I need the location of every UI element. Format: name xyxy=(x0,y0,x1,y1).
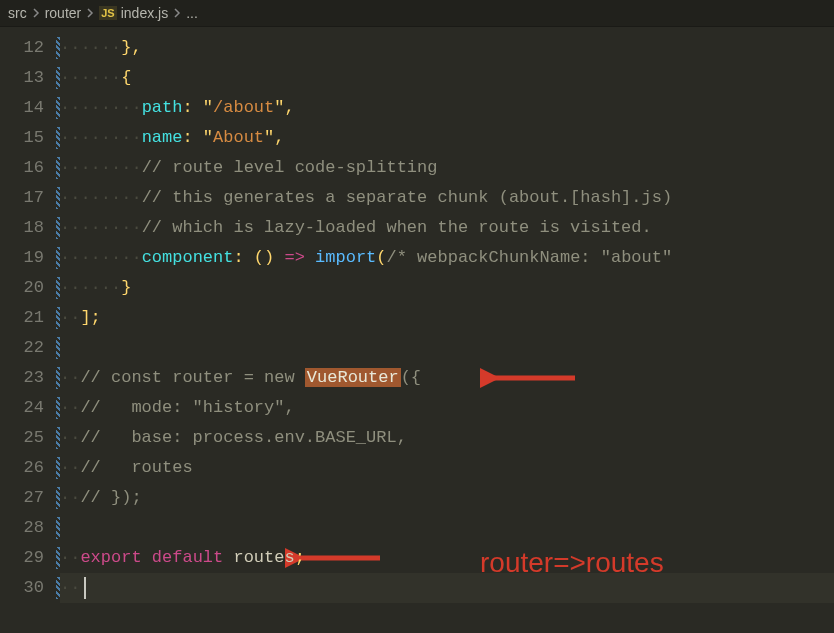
code-line[interactable] xyxy=(60,513,834,543)
js-file-icon: JS xyxy=(99,6,116,20)
whitespace: ·· xyxy=(60,308,80,327)
token-brace: () xyxy=(254,248,274,267)
token-kw: export xyxy=(80,548,141,567)
line-number[interactable]: 16 xyxy=(0,153,60,183)
token-str: /about xyxy=(213,98,274,117)
code-line[interactable]: ··// }); xyxy=(60,483,834,513)
token-quote: " xyxy=(264,128,274,147)
token-key: component xyxy=(142,248,234,267)
token-kw: default xyxy=(152,548,223,567)
token-brace: ] xyxy=(80,308,90,327)
line-number[interactable]: 13 xyxy=(0,63,60,93)
line-number[interactable]: 14 xyxy=(0,93,60,123)
line-number[interactable]: 17 xyxy=(0,183,60,213)
token-ident: routes xyxy=(233,548,294,567)
code-line[interactable]: ··// routes xyxy=(60,453,834,483)
code-line[interactable]: ··]; xyxy=(60,303,834,333)
breadcrumb-part[interactable]: router xyxy=(45,5,82,21)
token-cmt: // route level code-splitting xyxy=(142,158,438,177)
line-number[interactable]: 28 xyxy=(0,513,60,543)
breadcrumb-tail[interactable]: ... xyxy=(186,5,198,21)
token-punct: : xyxy=(182,128,202,147)
whitespace: ·· xyxy=(60,398,80,417)
line-number[interactable]: 12 xyxy=(0,33,60,63)
breadcrumb-file[interactable]: index.js xyxy=(121,5,168,21)
line-number[interactable]: 27 xyxy=(0,483,60,513)
whitespace: ·· xyxy=(60,428,80,447)
line-number[interactable]: 23 xyxy=(0,363,60,393)
line-number-gutter[interactable]: 12131415161718192021222324252627282930 xyxy=(0,27,60,633)
token-cmt: // }); xyxy=(80,488,141,507)
token-cmt: // mode: "history", xyxy=(80,398,294,417)
line-number[interactable]: 15 xyxy=(0,123,60,153)
token-cmt: /* webpackChunkName: "about" xyxy=(387,248,673,267)
whitespace: ········ xyxy=(60,98,142,117)
line-number[interactable]: 26 xyxy=(0,453,60,483)
breadcrumb-part[interactable]: src xyxy=(8,5,27,21)
token-cmt: // routes xyxy=(80,458,192,477)
whitespace: ······ xyxy=(60,278,121,297)
whitespace: ·· xyxy=(60,458,80,477)
token-fn: import xyxy=(315,248,376,267)
whitespace: ········ xyxy=(60,218,142,237)
token-arrow: => xyxy=(284,248,304,267)
token-hl: VueRouter xyxy=(305,368,401,387)
whitespace: ········ xyxy=(60,128,142,147)
line-number[interactable]: 20 xyxy=(0,273,60,303)
chevron-right-icon xyxy=(31,5,41,21)
whitespace: ······ xyxy=(60,68,121,87)
code-line[interactable]: ······}, xyxy=(60,33,834,63)
whitespace: ········ xyxy=(60,188,142,207)
token-ident xyxy=(305,248,315,267)
token-cmt: ({ xyxy=(401,368,421,387)
line-number[interactable]: 25 xyxy=(0,423,60,453)
breadcrumb[interactable]: src router JS index.js ... xyxy=(0,0,834,27)
token-cmt: // which is lazy-loaded when the route i… xyxy=(142,218,652,237)
whitespace: ········ xyxy=(60,248,142,267)
token-punct: : xyxy=(182,98,202,117)
token-brace: } xyxy=(121,278,131,297)
code-line[interactable]: ········// this generates a separate chu… xyxy=(60,183,834,213)
token-key: name xyxy=(142,128,183,147)
token-cmt: // base: process.env.BASE_URL, xyxy=(80,428,406,447)
chevron-right-icon xyxy=(85,5,95,21)
code-line[interactable]: ·· xyxy=(60,573,834,603)
code-line[interactable]: ······{ xyxy=(60,63,834,93)
code-line[interactable]: ··// const router = new VueRouter({ xyxy=(60,363,834,393)
token-punct: , xyxy=(274,128,284,147)
line-number[interactable]: 19 xyxy=(0,243,60,273)
token-cmt: // const router = new xyxy=(80,368,304,387)
code-line[interactable]: ········name: "About", xyxy=(60,123,834,153)
token-punct: ; xyxy=(295,548,305,567)
line-number[interactable]: 21 xyxy=(0,303,60,333)
token-quote: " xyxy=(203,128,213,147)
token-punct: ; xyxy=(91,308,101,327)
code-line[interactable]: ········path: "/about", xyxy=(60,93,834,123)
token-punct: : xyxy=(233,248,253,267)
code-line[interactable] xyxy=(60,333,834,363)
whitespace: ········ xyxy=(60,158,142,177)
code-line[interactable]: ········component: () => import(/* webpa… xyxy=(60,243,834,273)
code-content[interactable]: router=>routes ······},······{········pa… xyxy=(60,27,834,633)
code-line[interactable]: ········// which is lazy-loaded when the… xyxy=(60,213,834,243)
code-line[interactable]: ··// base: process.env.BASE_URL, xyxy=(60,423,834,453)
line-number[interactable]: 24 xyxy=(0,393,60,423)
token-ident xyxy=(142,548,152,567)
line-number[interactable]: 22 xyxy=(0,333,60,363)
token-brace: ( xyxy=(376,248,386,267)
whitespace: ·· xyxy=(60,488,80,507)
code-line[interactable]: ··export default routes; xyxy=(60,543,834,573)
whitespace: ·· xyxy=(60,548,80,567)
line-number[interactable]: 29 xyxy=(0,543,60,573)
code-line[interactable]: ······} xyxy=(60,273,834,303)
code-line[interactable]: ··// mode: "history", xyxy=(60,393,834,423)
editor-area[interactable]: 12131415161718192021222324252627282930 r… xyxy=(0,27,834,633)
whitespace: ·· xyxy=(60,368,80,387)
token-brace: { xyxy=(121,68,131,87)
line-number[interactable]: 30 xyxy=(0,573,60,603)
token-quote: " xyxy=(274,98,284,117)
chevron-right-icon xyxy=(172,5,182,21)
whitespace: ······ xyxy=(60,38,121,57)
line-number[interactable]: 18 xyxy=(0,213,60,243)
code-line[interactable]: ········// route level code-splitting xyxy=(60,153,834,183)
